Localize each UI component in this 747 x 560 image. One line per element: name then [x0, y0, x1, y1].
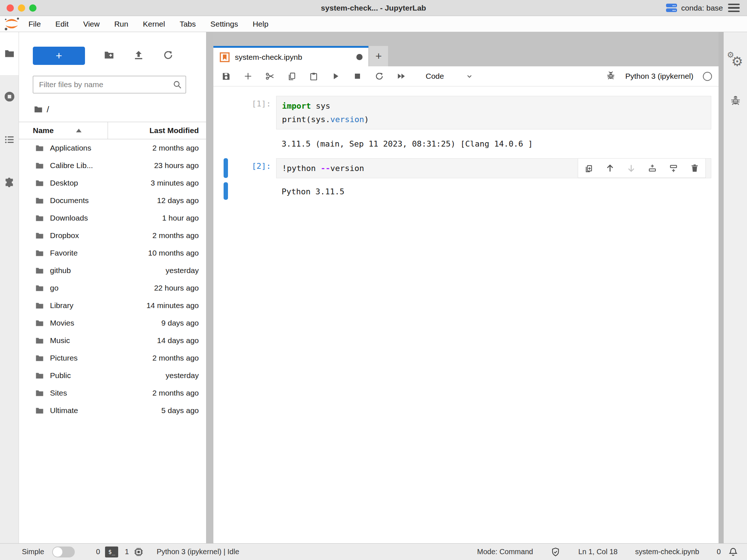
folder-icon: [35, 266, 44, 275]
sidebar-tab-running[interactable]: [0, 75, 19, 118]
file-modified: 23 hours ago: [154, 161, 206, 170]
sidebar-tab-extensions[interactable]: [0, 161, 19, 204]
file-modified: 9 days ago: [161, 319, 206, 327]
paste-cells-button[interactable]: [309, 71, 318, 81]
home-folder-icon: [34, 105, 43, 114]
code-cell-1[interactable]: [1]: import sysprint(sys.version): [213, 96, 719, 129]
file-name: Applications: [50, 144, 152, 152]
file-row[interactable]: Ultimate 5 days ago: [19, 402, 206, 419]
active-file-name[interactable]: system-check.ipynb: [635, 548, 699, 556]
menu-item[interactable]: Run: [107, 20, 136, 28]
file-name: Documents: [50, 196, 157, 205]
file-row[interactable]: Downloads 1 hour ago: [19, 209, 206, 227]
save-button[interactable]: [221, 71, 231, 81]
delete-cell-button[interactable]: [690, 163, 700, 173]
file-row[interactable]: Pictures 2 months ago: [19, 349, 206, 367]
menu-item[interactable]: Tabs: [172, 20, 203, 28]
file-name: Public: [50, 371, 166, 380]
simple-mode-toggle[interactable]: [52, 547, 75, 557]
copy-cells-button[interactable]: [287, 71, 297, 81]
insert-cell-button[interactable]: [243, 71, 253, 81]
file-name: Dropbox: [50, 231, 152, 240]
enable-debugger-button[interactable]: [606, 71, 616, 82]
menu-item[interactable]: Edit: [48, 20, 76, 28]
sidebar-tab-table-of-contents[interactable]: [0, 118, 19, 161]
refresh-button[interactable]: [163, 50, 174, 62]
file-row[interactable]: Public yesterday: [19, 367, 206, 384]
new-tab-button[interactable]: +: [369, 46, 388, 66]
sidebar-tab-debugger[interactable]: [729, 80, 742, 120]
search-icon: [172, 79, 182, 90]
interrupt-kernel-button[interactable]: [353, 71, 362, 81]
upload-button[interactable]: [133, 50, 144, 62]
file-modified: 2 months ago: [152, 231, 206, 240]
column-header-modified[interactable]: Last Modified: [108, 122, 206, 139]
file-row[interactable]: Dropbox 2 months ago: [19, 227, 206, 244]
tab-system-check-notebook[interactable]: system-check.ipynb: [213, 46, 368, 66]
restart-kernel-button[interactable]: [375, 71, 384, 81]
move-cell-down-button[interactable]: [626, 163, 636, 173]
folder-icon: [35, 231, 44, 240]
move-cell-up-button[interactable]: [605, 163, 615, 173]
duplicate-cell-icon: [584, 163, 594, 173]
menu-item[interactable]: View: [76, 20, 107, 28]
file-row[interactable]: github yesterday: [19, 262, 206, 279]
file-row[interactable]: Music 14 days ago: [19, 332, 206, 349]
menu-item[interactable]: Kernel: [136, 20, 173, 28]
panel-resize-gutter[interactable]: [206, 32, 213, 543]
insert-cell-above-button[interactable]: [647, 163, 657, 173]
file-row[interactable]: Desktop 3 minutes ago: [19, 174, 206, 192]
file-name: Library: [50, 301, 146, 310]
folder-icon: [35, 389, 44, 398]
insert-cell-below-button[interactable]: [669, 163, 678, 173]
cut-cells-button[interactable]: [265, 71, 275, 81]
filter-files-input[interactable]: [33, 76, 186, 93]
cell-collapser-output[interactable]: [224, 182, 228, 200]
notebook-toolbar: Code Python 3 (ipykernel): [213, 66, 719, 86]
new-launcher-button[interactable]: +: [33, 47, 85, 65]
duplicate-cell-button[interactable]: [584, 163, 594, 173]
sidebar-tab-file-browser[interactable]: [0, 32, 19, 75]
panel-resize-gutter-right[interactable]: [719, 32, 724, 543]
folder-icon: [35, 214, 44, 223]
trust-indicator[interactable]: [550, 547, 561, 557]
menu-item[interactable]: File: [21, 20, 48, 28]
stop-circle-icon: [4, 91, 15, 102]
file-row[interactable]: Library 14 minutes ago: [19, 297, 206, 314]
notifications-count[interactable]: 0: [717, 548, 721, 556]
kernel-name-button[interactable]: Python 3 (ipykernel): [625, 72, 693, 81]
hamburger-menu-icon[interactable]: [728, 4, 740, 12]
file-row[interactable]: Documents 12 days ago: [19, 192, 206, 209]
file-modified: 10 months ago: [148, 249, 206, 257]
folder-icon: [35, 161, 44, 170]
file-name: Pictures: [50, 354, 152, 362]
code-input[interactable]: import sysprint(sys.version): [276, 96, 711, 129]
cell-type-dropdown[interactable]: Code: [426, 72, 474, 81]
run-cell-button[interactable]: [331, 71, 340, 81]
kernel-status-text[interactable]: Python 3 (ipykernel) | Idle: [156, 548, 239, 556]
file-row[interactable]: go 22 hours ago: [19, 279, 206, 297]
notebook-mode-indicator[interactable]: Mode: Command: [477, 548, 533, 556]
menu-item[interactable]: Help: [245, 20, 276, 28]
new-folder-button[interactable]: [104, 50, 115, 62]
notifications-bell[interactable]: [728, 547, 738, 557]
file-row[interactable]: Sites 2 months ago: [19, 384, 206, 402]
column-header-name[interactable]: Name: [19, 126, 108, 135]
kernels-count[interactable]: 1: [125, 548, 129, 556]
code-cell-2-selected[interactable]: [2]: !python --version Python 3.11.5: [213, 158, 719, 198]
sidebar-tab-property-inspector[interactable]: ⚙ ⚙: [727, 40, 744, 80]
cursor-position-indicator[interactable]: Ln 1, Col 18: [578, 548, 618, 556]
file-row[interactable]: Favorite 10 months ago: [19, 244, 206, 262]
cell-collapser-input[interactable]: [224, 158, 228, 178]
file-row[interactable]: Applications 2 months ago: [19, 139, 206, 157]
menu-item[interactable]: Settings: [203, 20, 245, 28]
terminals-count[interactable]: 0: [96, 548, 100, 556]
plus-icon: [243, 71, 253, 81]
kernel-status-icon[interactable]: [703, 72, 712, 81]
file-row[interactable]: Movies 9 days ago: [19, 314, 206, 332]
breadcrumb[interactable]: /: [34, 103, 206, 116]
unsaved-changes-dot[interactable]: [356, 54, 363, 60]
file-name: Sites: [50, 389, 152, 397]
file-row[interactable]: Calibre Lib... 23 hours ago: [19, 157, 206, 174]
restart-run-all-button[interactable]: [396, 71, 406, 81]
